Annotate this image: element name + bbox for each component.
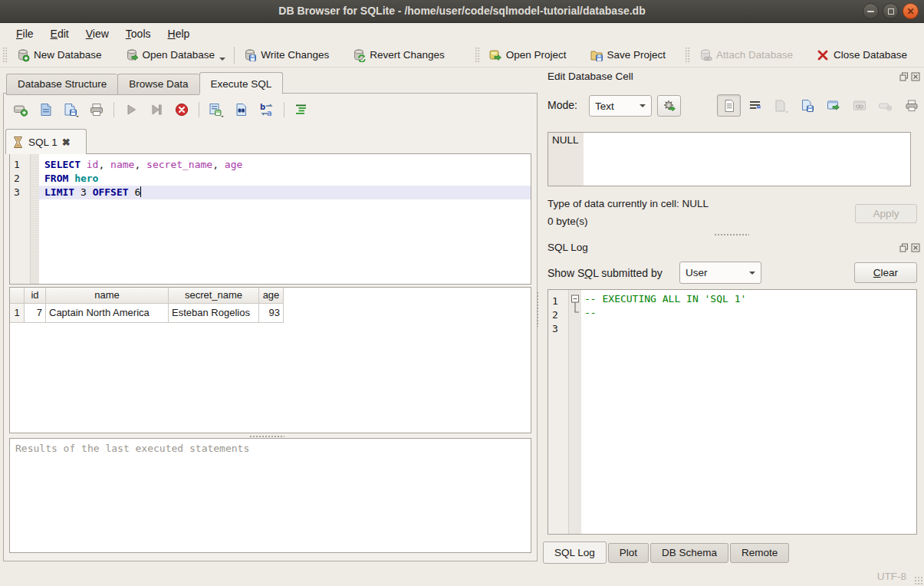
right-dock: Edit Database Cell Mode: Text bbox=[541, 67, 924, 565]
sql-log-view[interactable]: 1 2 3 -- EXECUTING ALL IN 'SQL 1' -- bbox=[547, 289, 917, 535]
minimize-button[interactable] bbox=[863, 3, 879, 19]
execute-current-line-button[interactable] bbox=[147, 100, 166, 119]
dock-tab-plot[interactable]: Plot bbox=[608, 543, 649, 563]
sql-tab-close-icon[interactable]: ✖ bbox=[62, 137, 71, 148]
cell-name[interactable]: Captain North America bbox=[46, 304, 169, 323]
float-icon[interactable] bbox=[899, 72, 909, 81]
submitted-by-combobox[interactable]: User bbox=[679, 262, 761, 284]
execute-all-icon bbox=[123, 102, 139, 117]
float-icon[interactable] bbox=[899, 243, 909, 252]
execute-current-line-icon bbox=[149, 102, 164, 117]
open-database-button[interactable]: Open Database bbox=[119, 46, 232, 64]
new-sql-tab-icon bbox=[13, 102, 28, 117]
write-changes-button[interactable]: Write Changes bbox=[237, 46, 335, 64]
chevron-down-icon bbox=[749, 272, 755, 275]
find-button[interactable] bbox=[232, 100, 251, 119]
column-header-name[interactable]: name bbox=[46, 288, 169, 304]
stop-button[interactable] bbox=[173, 100, 191, 119]
code-line-2: FROM hero bbox=[39, 172, 531, 186]
save-project-button[interactable]: Save Project bbox=[584, 46, 672, 64]
hourglass-icon bbox=[12, 136, 24, 149]
auto-apply-button[interactable] bbox=[657, 95, 681, 117]
menu-edit[interactable]: Edit bbox=[42, 25, 77, 42]
print-cell-button[interactable] bbox=[899, 94, 923, 117]
line-number-gutter: 1 2 3 bbox=[10, 154, 31, 284]
main-toolbar: New Database Open Database Write Changes bbox=[0, 43, 924, 67]
cell-age[interactable]: 93 bbox=[259, 304, 284, 323]
save-sql-file-icon bbox=[63, 102, 80, 117]
dock-tab-db-schema[interactable]: DB Schema bbox=[650, 543, 728, 563]
fold-marker-icon[interactable] bbox=[569, 290, 581, 321]
apply-button: Apply bbox=[855, 204, 917, 223]
encoding-indicator: UTF-8 bbox=[877, 571, 906, 582]
column-header-secret-name[interactable]: secret_name bbox=[169, 288, 259, 304]
open-sql-file-icon bbox=[38, 102, 54, 117]
cell-id[interactable]: 7 bbox=[25, 304, 46, 323]
save-sql-file-button[interactable] bbox=[62, 100, 81, 119]
mode-combobox[interactable]: Text bbox=[589, 95, 652, 117]
sql-file-tab[interactable]: SQL 1 ✖ bbox=[5, 129, 87, 154]
column-header-age[interactable]: age bbox=[259, 288, 284, 304]
close-button[interactable]: ✕ bbox=[903, 3, 919, 19]
tab-execute-sql[interactable]: Execute SQL bbox=[199, 72, 284, 94]
row-number[interactable]: 1 bbox=[10, 304, 25, 323]
clear-button[interactable]: Clear bbox=[854, 262, 917, 283]
tab-database-structure[interactable]: Database Structure bbox=[6, 74, 117, 95]
close-icon[interactable] bbox=[911, 72, 920, 81]
dock-tab-sql-log[interactable]: SQL Log bbox=[543, 542, 607, 564]
write-changes-icon bbox=[243, 48, 257, 62]
print-cell-icon bbox=[905, 99, 919, 113]
print-icon bbox=[89, 102, 104, 117]
sql-editor[interactable]: 1 2 3 SELECT id, name, secret_name, age … bbox=[9, 153, 531, 285]
open-external-icon bbox=[827, 99, 840, 113]
word-wrap-icon bbox=[748, 99, 762, 113]
close-icon[interactable] bbox=[911, 243, 920, 252]
open-database-icon bbox=[125, 48, 139, 62]
format-sql-button[interactable] bbox=[292, 100, 311, 119]
results-grid: id name secret_name age 1 7 Captain Nort… bbox=[9, 287, 531, 433]
toolbar-handle[interactable] bbox=[475, 47, 480, 64]
open-external-button[interactable] bbox=[821, 94, 845, 117]
cell-secret-name[interactable]: Esteban Rogelios bbox=[169, 304, 259, 323]
menu-tools[interactable]: Tools bbox=[117, 25, 159, 42]
maximize-icon bbox=[888, 8, 894, 15]
open-database-dropdown-arrow[interactable] bbox=[219, 58, 225, 61]
dock-tab-remote[interactable]: Remote bbox=[730, 543, 789, 563]
cell-value-editor[interactable]: NULL bbox=[547, 132, 911, 186]
menu-view[interactable]: View bbox=[77, 25, 117, 42]
open-sql-file-button[interactable] bbox=[37, 100, 55, 119]
toolbar-handle[interactable] bbox=[2, 47, 8, 64]
code-area[interactable]: SELECT id, name, secret_name, age FROM h… bbox=[39, 154, 531, 284]
main-tabbar: Database Structure Browse Data Execute S… bbox=[6, 72, 283, 95]
import-text-button bbox=[769, 94, 793, 117]
text-mode-button[interactable] bbox=[717, 94, 741, 117]
resize-grip[interactable] bbox=[914, 576, 922, 584]
menu-file[interactable]: File bbox=[8, 25, 42, 42]
text-mode-icon bbox=[722, 99, 736, 113]
revert-changes-button[interactable]: Revert Changes bbox=[346, 46, 451, 64]
open-project-button[interactable]: Open Project bbox=[482, 46, 573, 64]
toolbar-handle[interactable] bbox=[685, 47, 690, 64]
execute-all-button[interactable] bbox=[122, 100, 140, 119]
close-database-button[interactable]: Close Database bbox=[810, 46, 913, 64]
print-sql-button[interactable] bbox=[87, 100, 106, 119]
open-project-icon bbox=[488, 48, 502, 62]
svg-text:b: b bbox=[260, 103, 265, 111]
maximize-button[interactable] bbox=[883, 3, 899, 19]
export-results-button[interactable] bbox=[207, 100, 225, 119]
cell-size-info: 0 byte(s) bbox=[547, 216, 588, 227]
code-line-3-current: LIMIT 3 OFFSET 6 bbox=[39, 186, 531, 199]
new-database-button[interactable]: New Database bbox=[10, 46, 108, 64]
find-replace-button[interactable]: b a bbox=[258, 100, 276, 119]
export-text-button[interactable] bbox=[795, 94, 819, 117]
svg-text:a: a bbox=[267, 109, 272, 117]
word-wrap-button[interactable] bbox=[743, 94, 767, 117]
dock-splitter-handle[interactable] bbox=[536, 291, 540, 327]
tab-browse-data[interactable]: Browse Data bbox=[117, 74, 199, 95]
new-sql-tab-button[interactable] bbox=[12, 100, 30, 119]
column-header-id[interactable]: id bbox=[25, 288, 46, 304]
dock-splitter-handle[interactable] bbox=[714, 233, 749, 237]
show-sql-label: Show SQL submitted by bbox=[547, 267, 663, 279]
menu-help[interactable]: Help bbox=[159, 25, 199, 42]
titlebar[interactable]: DB Browser for SQLite - /home/user/code/… bbox=[0, 0, 924, 23]
